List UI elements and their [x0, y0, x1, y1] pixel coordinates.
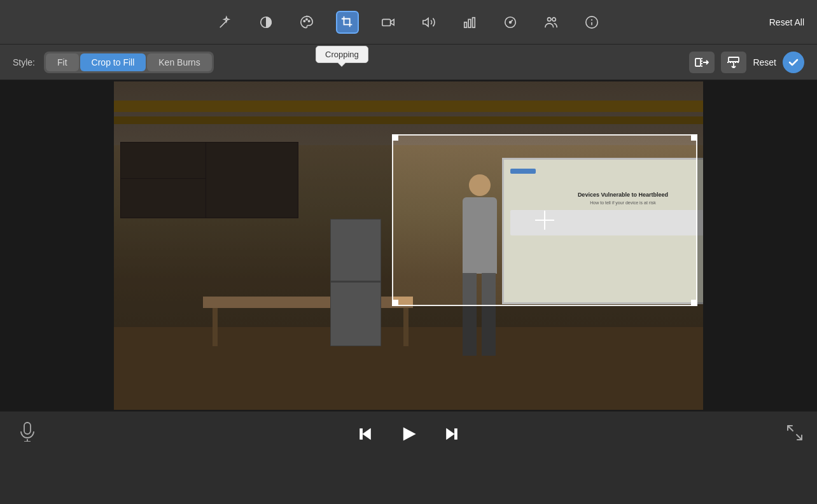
crop-icon[interactable] — [336, 11, 359, 34]
style-button-group: Fit Crop to Fill Ken Burns — [44, 52, 214, 73]
svg-marker-25 — [403, 427, 416, 440]
table-leg-right — [403, 308, 408, 346]
rewind-button[interactable] — [353, 422, 377, 446]
cabinet-door-tl — [120, 142, 206, 179]
svg-rect-5 — [382, 19, 391, 25]
playback-controls — [353, 422, 464, 446]
info-icon[interactable] — [580, 11, 603, 34]
ken-burns-button[interactable]: Ken Burns — [147, 53, 211, 71]
forward-button[interactable] — [440, 422, 464, 446]
reset-all-button[interactable]: Reset All — [769, 17, 804, 27]
bottom-bar — [0, 411, 817, 456]
style-label: Style: — [13, 57, 35, 67]
ceiling-beam — [114, 101, 703, 112]
svg-point-11 — [548, 17, 552, 21]
svg-rect-24 — [360, 428, 363, 438]
toolbar-icons — [214, 11, 603, 34]
table-surface — [203, 297, 413, 308]
svg-line-0 — [220, 21, 227, 27]
magic-wand-icon[interactable] — [214, 11, 237, 34]
svg-rect-20 — [24, 423, 31, 434]
video-frame: Devices Vulnerable to Heartbleed How to … — [114, 81, 703, 410]
cropping-tooltip: Cropping — [316, 46, 368, 63]
svg-marker-6 — [423, 18, 428, 26]
crop-handle-bl[interactable] — [392, 300, 398, 306]
svg-marker-23 — [363, 428, 371, 438]
crop-handle-br[interactable] — [691, 300, 697, 306]
video-area: Devices Vulnerable to Heartbleed How to … — [0, 80, 817, 411]
fit-button[interactable]: Fit — [46, 53, 79, 71]
flip-vertical-button[interactable] — [721, 52, 746, 73]
crop-handle-tr[interactable] — [691, 134, 697, 141]
svg-rect-7 — [464, 22, 467, 27]
fridge-divider — [330, 281, 381, 283]
reset-button[interactable]: Reset — [753, 57, 776, 67]
palette-icon[interactable] — [295, 11, 318, 34]
flip-horizontal-button[interactable] — [689, 52, 715, 73]
crop-overlay[interactable] — [392, 134, 697, 306]
chart-icon[interactable] — [458, 11, 481, 34]
svg-point-4 — [309, 20, 310, 22]
style-bar: Style: Fit Crop to Fill Ken Burns Croppi… — [0, 45, 817, 80]
svg-rect-9 — [473, 17, 475, 27]
play-button[interactable] — [396, 422, 421, 446]
crop-handle-tl[interactable] — [392, 134, 398, 141]
microphone-button[interactable] — [19, 421, 36, 446]
svg-rect-27 — [455, 428, 457, 438]
ceiling-beam-2 — [114, 116, 703, 124]
table-leg-left — [213, 308, 218, 346]
crosshair-horizontal — [535, 220, 554, 221]
svg-point-2 — [304, 20, 305, 22]
svg-point-12 — [552, 17, 556, 21]
style-bar-right: Reset — [689, 52, 804, 73]
crop-to-fill-button[interactable]: Crop to Fill — [80, 53, 146, 71]
svg-point-3 — [306, 18, 307, 20]
fridge — [330, 219, 381, 346]
svg-point-10 — [510, 21, 512, 23]
floor — [114, 327, 703, 410]
color-wheel-icon[interactable] — [255, 11, 277, 34]
svg-rect-16 — [695, 59, 701, 66]
audio-icon[interactable] — [417, 11, 440, 34]
fullscreen-button[interactable] — [785, 423, 804, 445]
svg-rect-8 — [468, 19, 471, 27]
svg-marker-26 — [447, 428, 454, 438]
people-icon[interactable] — [540, 11, 562, 34]
top-toolbar: Reset All — [0, 0, 817, 45]
confirm-button[interactable] — [783, 52, 804, 73]
svg-rect-18 — [729, 57, 739, 62]
video-camera-icon[interactable] — [377, 11, 400, 34]
speedometer-icon[interactable] — [499, 11, 522, 34]
